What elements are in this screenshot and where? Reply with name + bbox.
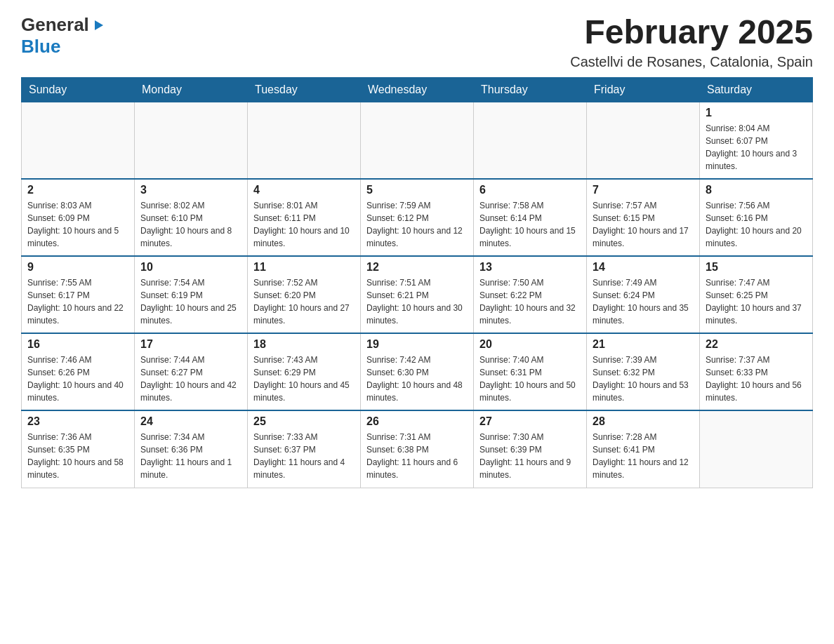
sun-info: Sunrise: 7:30 AMSunset: 6:39 PMDaylight:… xyxy=(479,431,581,481)
day-number: 28 xyxy=(593,415,694,428)
sun-info: Sunrise: 8:01 AMSunset: 6:11 PMDaylight:… xyxy=(253,199,355,250)
day-number: 26 xyxy=(366,415,468,428)
calendar-cell: 13Sunrise: 7:50 AMSunset: 6:22 PMDayligh… xyxy=(474,256,587,333)
calendar-cell: 8Sunrise: 7:56 AMSunset: 6:16 PMDaylight… xyxy=(700,179,813,256)
week-row-1: 2Sunrise: 8:03 AMSunset: 6:09 PMDaylight… xyxy=(22,179,813,256)
week-row-4: 23Sunrise: 7:36 AMSunset: 6:35 PMDayligh… xyxy=(22,410,813,488)
sun-info: Sunrise: 8:04 AMSunset: 6:07 PMDaylight:… xyxy=(706,122,807,173)
calendar-cell: 3Sunrise: 8:02 AMSunset: 6:10 PMDaylight… xyxy=(135,179,248,256)
svg-marker-0 xyxy=(95,20,103,30)
sun-info: Sunrise: 7:28 AMSunset: 6:41 PMDaylight:… xyxy=(593,431,694,481)
sun-info: Sunrise: 7:44 AMSunset: 6:27 PMDaylight:… xyxy=(140,354,241,404)
sun-info: Sunrise: 7:59 AMSunset: 6:12 PMDaylight:… xyxy=(366,199,468,250)
calendar-cell: 17Sunrise: 7:44 AMSunset: 6:27 PMDayligh… xyxy=(135,333,248,410)
day-number: 20 xyxy=(479,338,581,351)
day-number: 23 xyxy=(27,415,128,428)
sun-info: Sunrise: 7:43 AMSunset: 6:29 PMDaylight:… xyxy=(253,354,355,404)
sun-info: Sunrise: 8:03 AMSunset: 6:09 PMDaylight:… xyxy=(27,199,128,250)
sun-info: Sunrise: 7:58 AMSunset: 6:14 PMDaylight:… xyxy=(479,199,581,250)
sun-info: Sunrise: 7:42 AMSunset: 6:30 PMDaylight:… xyxy=(366,354,468,404)
sun-info: Sunrise: 7:56 AMSunset: 6:16 PMDaylight:… xyxy=(706,199,807,250)
day-number: 27 xyxy=(479,415,581,428)
main-title: February 2025 xyxy=(570,14,813,51)
calendar-cell xyxy=(248,102,361,179)
calendar-cell: 25Sunrise: 7:33 AMSunset: 6:37 PMDayligh… xyxy=(248,410,361,488)
calendar-cell: 19Sunrise: 7:42 AMSunset: 6:30 PMDayligh… xyxy=(361,333,474,410)
day-number: 14 xyxy=(593,261,694,274)
sun-info: Sunrise: 7:46 AMSunset: 6:26 PMDaylight:… xyxy=(27,354,128,404)
calendar-cell: 6Sunrise: 7:58 AMSunset: 6:14 PMDaylight… xyxy=(474,179,587,256)
sun-info: Sunrise: 7:57 AMSunset: 6:15 PMDaylight:… xyxy=(593,199,694,250)
day-number: 5 xyxy=(366,184,468,196)
calendar-cell: 21Sunrise: 7:39 AMSunset: 6:32 PMDayligh… xyxy=(587,333,700,410)
day-number: 7 xyxy=(593,184,694,196)
title-block: February 2025 Castellvi de Rosanes, Cata… xyxy=(570,14,813,70)
calendar-cell: 24Sunrise: 7:34 AMSunset: 6:36 PMDayligh… xyxy=(135,410,248,488)
day-number: 19 xyxy=(366,338,468,351)
day-number: 2 xyxy=(27,184,128,196)
header-wednesday: Wednesday xyxy=(361,77,474,102)
sun-info: Sunrise: 7:50 AMSunset: 6:22 PMDaylight:… xyxy=(479,276,581,327)
sun-info: Sunrise: 7:40 AMSunset: 6:31 PMDaylight:… xyxy=(479,354,581,404)
day-number: 1 xyxy=(706,107,807,119)
sun-info: Sunrise: 7:55 AMSunset: 6:17 PMDaylight:… xyxy=(27,276,128,327)
day-number: 12 xyxy=(366,261,468,274)
calendar-cell: 11Sunrise: 7:52 AMSunset: 6:20 PMDayligh… xyxy=(248,256,361,333)
calendar-cell: 15Sunrise: 7:47 AMSunset: 6:25 PMDayligh… xyxy=(700,256,813,333)
sun-info: Sunrise: 7:31 AMSunset: 6:38 PMDaylight:… xyxy=(366,431,468,481)
sun-info: Sunrise: 7:39 AMSunset: 6:32 PMDaylight:… xyxy=(593,354,694,404)
calendar-cell xyxy=(587,102,700,179)
sun-info: Sunrise: 7:33 AMSunset: 6:37 PMDaylight:… xyxy=(253,431,355,481)
calendar-cell xyxy=(361,102,474,179)
calendar-cell: 14Sunrise: 7:49 AMSunset: 6:24 PMDayligh… xyxy=(587,256,700,333)
sun-info: Sunrise: 7:37 AMSunset: 6:33 PMDaylight:… xyxy=(706,354,807,404)
day-number: 21 xyxy=(593,338,694,351)
day-number: 25 xyxy=(253,415,355,428)
calendar-cell: 23Sunrise: 7:36 AMSunset: 6:35 PMDayligh… xyxy=(22,410,135,488)
day-number: 22 xyxy=(706,338,807,351)
calendar-cell xyxy=(22,102,135,179)
header-row: SundayMondayTuesdayWednesdayThursdayFrid… xyxy=(22,77,813,102)
day-number: 17 xyxy=(140,338,241,351)
calendar-cell xyxy=(135,102,248,179)
day-number: 16 xyxy=(27,338,128,351)
week-row-2: 9Sunrise: 7:55 AMSunset: 6:17 PMDaylight… xyxy=(22,256,813,333)
header-sunday: Sunday xyxy=(22,77,135,102)
sun-info: Sunrise: 7:47 AMSunset: 6:25 PMDaylight:… xyxy=(706,276,807,327)
calendar-cell xyxy=(700,410,813,488)
day-number: 3 xyxy=(140,184,241,196)
header-thursday: Thursday xyxy=(474,77,587,102)
logo-general-text: General xyxy=(21,14,89,36)
header-friday: Friday xyxy=(587,77,700,102)
day-number: 13 xyxy=(479,261,581,274)
calendar-cell: 5Sunrise: 7:59 AMSunset: 6:12 PMDaylight… xyxy=(361,179,474,256)
page-header: General Blue February 2025 Castellvi de … xyxy=(21,14,813,70)
day-number: 9 xyxy=(27,261,128,274)
calendar-cell: 27Sunrise: 7:30 AMSunset: 6:39 PMDayligh… xyxy=(474,410,587,488)
calendar-body: 1Sunrise: 8:04 AMSunset: 6:07 PMDaylight… xyxy=(22,102,813,488)
calendar-cell: 1Sunrise: 8:04 AMSunset: 6:07 PMDaylight… xyxy=(700,102,813,179)
day-number: 15 xyxy=(706,261,807,274)
header-tuesday: Tuesday xyxy=(248,77,361,102)
sun-info: Sunrise: 7:52 AMSunset: 6:20 PMDaylight:… xyxy=(253,276,355,327)
calendar-cell: 12Sunrise: 7:51 AMSunset: 6:21 PMDayligh… xyxy=(361,256,474,333)
day-number: 4 xyxy=(253,184,355,196)
calendar-cell: 22Sunrise: 7:37 AMSunset: 6:33 PMDayligh… xyxy=(700,333,813,410)
week-row-3: 16Sunrise: 7:46 AMSunset: 6:26 PMDayligh… xyxy=(22,333,813,410)
day-number: 10 xyxy=(140,261,241,274)
calendar-cell: 20Sunrise: 7:40 AMSunset: 6:31 PMDayligh… xyxy=(474,333,587,410)
subtitle: Castellvi de Rosanes, Catalonia, Spain xyxy=(570,54,813,70)
sun-info: Sunrise: 7:36 AMSunset: 6:35 PMDaylight:… xyxy=(27,431,128,481)
calendar-cell: 28Sunrise: 7:28 AMSunset: 6:41 PMDayligh… xyxy=(587,410,700,488)
logo-blue-text: Blue xyxy=(21,36,60,58)
calendar-cell: 7Sunrise: 7:57 AMSunset: 6:15 PMDaylight… xyxy=(587,179,700,256)
calendar-cell: 26Sunrise: 7:31 AMSunset: 6:38 PMDayligh… xyxy=(361,410,474,488)
header-monday: Monday xyxy=(135,77,248,102)
sun-info: Sunrise: 7:54 AMSunset: 6:19 PMDaylight:… xyxy=(140,276,241,327)
logo-arrow-icon xyxy=(89,18,105,33)
calendar-header: SundayMondayTuesdayWednesdayThursdayFrid… xyxy=(22,77,813,102)
logo: General Blue xyxy=(21,14,105,58)
sun-info: Sunrise: 8:02 AMSunset: 6:10 PMDaylight:… xyxy=(140,199,241,250)
calendar-cell: 16Sunrise: 7:46 AMSunset: 6:26 PMDayligh… xyxy=(22,333,135,410)
day-number: 8 xyxy=(706,184,807,196)
